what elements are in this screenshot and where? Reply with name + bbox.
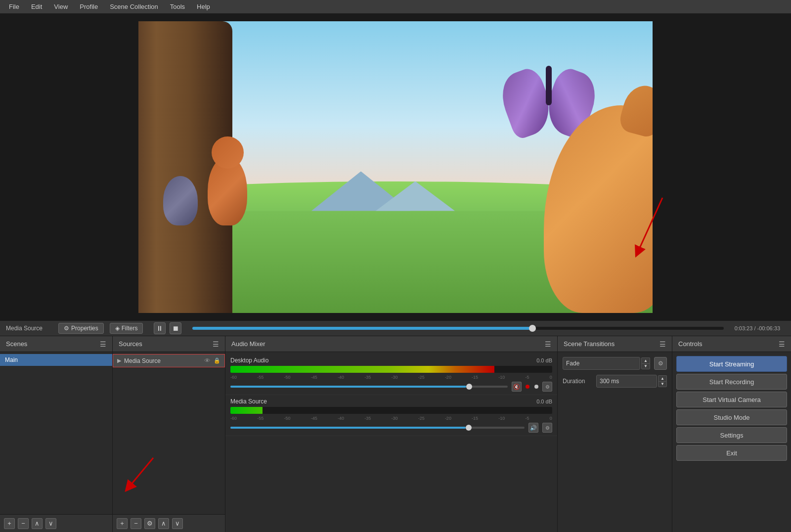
scene-item-main[interactable]: Main [0,354,112,366]
menu-view[interactable]: View [49,1,73,12]
start-recording-button[interactable]: Start Recording [676,374,787,390]
start-virtual-camera-button[interactable]: Start Virtual Camera [676,392,787,407]
audio-mixer-header: Audio Mixer ☰ [225,336,557,352]
add-scene-button[interactable]: + [4,518,15,529]
controls-buttons: Start Streaming Start Recording Start Vi… [672,352,791,532]
duration-spinners: ▲ ▼ [658,375,667,387]
duration-label: Duration [563,378,592,385]
media-bar: Media Source ⚙ Properties ◈ Filters ⏸ ⏹ … [0,320,791,336]
media-volume-slider[interactable] [230,427,525,429]
mute-indicator [526,385,529,389]
controls-header: Controls ☰ [672,336,791,352]
duration-display: 300 ms [596,375,657,388]
add-source-button[interactable]: + [117,518,128,529]
menubar: File Edit View Profile Scene Collection … [0,0,791,14]
source-item-media[interactable]: ▶ Media Source 👁 🔒 [113,354,225,367]
preview-canvas [138,21,653,313]
transition-type-down[interactable]: ▼ [641,363,650,369]
source-settings-button[interactable]: ⚙ [144,518,155,529]
scene-down-button[interactable]: ∨ [45,518,56,529]
properties-button[interactable]: ⚙ Properties [58,323,104,334]
transition-type-up[interactable]: ▲ [641,357,650,363]
studio-mode-button[interactable]: Studio Mode [676,409,787,425]
media-source-label: Media Source [6,325,43,332]
desktop-audio-channel: Desktop Audio 0.0 dB -60-55-50-45-40-35-… [225,354,557,395]
exit-button[interactable]: Exit [676,445,787,461]
audio-mixer-panel: Audio Mixer ☰ Desktop Audio 0.0 dB -60-5… [225,336,558,532]
progress-bar[interactable] [192,327,723,330]
menu-profile[interactable]: Profile [75,1,103,12]
audio-channels: Desktop Audio 0.0 dB -60-55-50-45-40-35-… [225,352,557,532]
duration-down[interactable]: ▼ [658,381,667,387]
transition-type-display: Fade [563,357,640,370]
source-arrow-icon: ▶ [117,357,121,364]
source-name: Media Source [124,357,161,364]
media-mute-button[interactable]: 🔊 [528,423,538,433]
source-up-button[interactable]: ∧ [158,518,169,529]
remove-scene-button[interactable]: − [18,518,29,529]
desktop-audio-name: Desktop Audio [230,357,268,364]
media-audio-gear[interactable]: ⚙ [542,423,552,433]
transition-duration-row: Duration 300 ms ▲ ▼ [563,375,667,388]
transition-gear-button[interactable]: ⚙ [654,357,667,370]
duration-select-wrapper: 300 ms ▲ ▼ [596,375,667,388]
scenes-title: Scenes [6,340,27,348]
menu-tools[interactable]: Tools [165,1,190,12]
vu-labels-media: -60-55-50-45-40-35-30-25-20-15-10-50 [230,416,552,421]
desktop-audio-db: 0.0 dB [536,357,552,363]
desktop-mute-button[interactable]: 🔇 [512,382,522,392]
transitions-menu-icon[interactable]: ☰ [659,340,666,348]
transition-type-row: Fade ▲ ▼ ⚙ [563,357,667,370]
scenes-list: Main [0,352,112,514]
remove-source-button[interactable]: − [131,518,141,529]
transition-type-select-wrapper: Fade ▲ ▼ [563,357,650,370]
source-lock-icon[interactable]: 🔒 [214,357,220,364]
controls-menu-icon[interactable]: ☰ [779,340,785,348]
desktop-audio-controls: 🔇 ⚙ [230,382,552,392]
transition-type-spinners: ▲ ▼ [641,357,650,369]
sources-footer: + − ⚙ ∧ ∨ [113,514,225,532]
transitions-title: Scene Transitions [564,340,615,348]
controls-title: Controls [678,340,702,348]
desktop-audio-vu [230,366,552,373]
source-eye-icon[interactable]: 👁 [204,357,211,364]
scene-up-button[interactable]: ∧ [32,518,43,529]
sources-title: Sources [119,340,142,348]
sources-list: ▶ Media Source 👁 🔒 [113,352,225,514]
media-source-audio-channel: Media Source 0.0 dB -60-55-50-45-40-35-3… [225,395,557,436]
audio-mixer-title: Audio Mixer [231,340,265,348]
audio-mixer-menu-icon[interactable]: ☰ [545,340,551,348]
duration-up[interactable]: ▲ [658,375,667,381]
sources-menu-icon[interactable]: ☰ [213,340,219,348]
stop-button[interactable]: ⏹ [170,322,181,334]
bottom-panel: Scenes ☰ Main + − ∧ ∨ Sources ☰ ▶ Media … [0,336,791,532]
scenes-footer: + − ∧ ∨ [0,514,112,532]
transitions-header: Scene Transitions ☰ [558,336,672,352]
time-display: 0:03:23 / -00:06:33 [735,325,780,331]
scene-transitions-panel: Scene Transitions ☰ Fade ▲ ▼ ⚙ Duration [558,336,672,532]
pause-button[interactable]: ⏸ [154,322,166,334]
menu-scene-collection[interactable]: Scene Collection [105,1,163,12]
menu-help[interactable]: Help [192,1,215,12]
mute-x [534,385,538,389]
source-down-button[interactable]: ∨ [172,518,183,529]
progress-handle[interactable] [529,325,536,332]
media-source-vu [230,407,552,414]
media-source-audio-db: 0.0 dB [536,399,552,404]
transitions-content: Fade ▲ ▼ ⚙ Duration 300 ms ▲ [558,352,672,393]
scenes-panel: Scenes ☰ Main + − ∧ ∨ [0,336,113,532]
start-streaming-button[interactable]: Start Streaming [676,356,787,372]
media-source-audio-name: Media Source [230,398,267,405]
settings-button[interactable]: Settings [676,427,787,443]
preview-area [0,14,791,320]
sources-header: Sources ☰ [113,336,225,352]
menu-file[interactable]: File [4,1,24,12]
desktop-audio-gear[interactable]: ⚙ [542,382,552,392]
gear-icon: ⚙ [64,325,69,332]
playback-controls: ⏸ ⏹ [154,322,181,334]
scenes-menu-icon[interactable]: ☰ [100,340,106,348]
desktop-volume-slider[interactable] [230,386,508,388]
media-audio-controls: 🔊 ⚙ [230,423,552,433]
filters-button[interactable]: ◈ Filters [110,323,143,334]
menu-edit[interactable]: Edit [26,1,47,12]
